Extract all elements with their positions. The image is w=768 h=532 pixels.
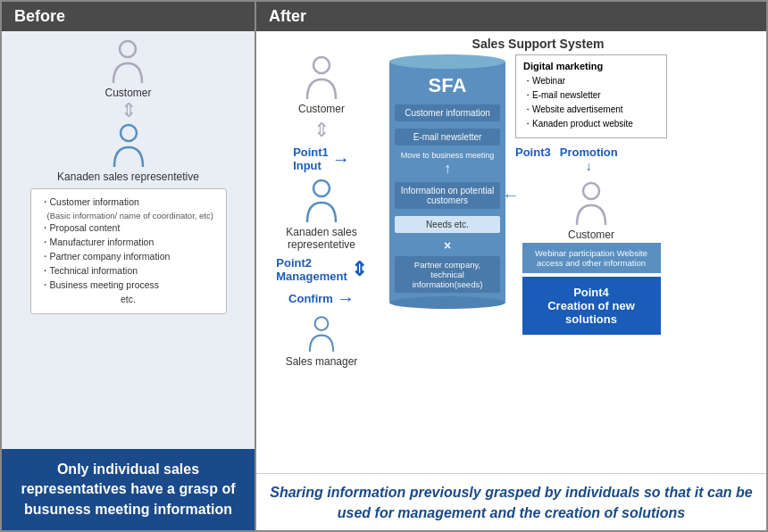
- digital-item-3: ・Website advertisement: [523, 104, 659, 116]
- svg-point-5: [583, 183, 599, 199]
- point1-row: Point1 Input →: [293, 145, 350, 172]
- before-arrow-1: ⇕: [121, 101, 137, 121]
- point3-label: Point3: [515, 145, 551, 159]
- arrow-right-1: →: [332, 149, 350, 170]
- after-customer-group: Customer: [298, 54, 345, 115]
- before-rep-label: Kanaden sales representetive: [57, 170, 199, 183]
- management-label: Management: [276, 270, 346, 283]
- sfa-ellipse-top: [389, 54, 505, 69]
- after-bottom-text: Sharing information previously grasped b…: [256, 473, 766, 530]
- arrow-down-promo: ↓: [560, 159, 618, 173]
- arrow-left-from-sfa: ←: [502, 184, 520, 204]
- svg-point-1: [121, 125, 137, 141]
- point4-sub: Creation of new solutions: [530, 299, 654, 326]
- sfa-ellipse-bottom: [389, 296, 505, 309]
- move-to-meeting-group: Move to business meeting ↑: [401, 151, 495, 177]
- point3-group: Point3: [515, 145, 551, 159]
- before-content: Customer ⇕ Kanaden sales representetive …: [2, 31, 255, 449]
- customer-info-box: Customer information: [395, 104, 500, 121]
- before-rep-icon: [109, 122, 148, 169]
- main-container: Before Customer ⇕ Kanaden sales represen…: [0, 0, 768, 532]
- confirm-row: Confirm →: [288, 288, 355, 309]
- partner-info-box: Partner company, technical information(s…: [395, 256, 500, 293]
- customer-right-group: Customer Webinar participation Website a…: [515, 180, 667, 335]
- after-panel: After Sales Support System Customer ⇕: [256, 2, 766, 530]
- webinar-box: Webinar participation Website access and…: [522, 243, 661, 273]
- digital-marketing-box: Digital marketing ・Webinar ・E-mail newsl…: [515, 54, 667, 138]
- promotion-label: Promotion: [560, 145, 618, 159]
- digital-item-4: ・Kanaden product website: [523, 118, 659, 130]
- after-content: Sales Support System Customer ⇕: [256, 31, 766, 473]
- before-info-5: ・Technical information: [40, 265, 217, 278]
- point4-box: Point4 Creation of new solutions: [522, 277, 661, 335]
- right-customer-label: Customer: [568, 229, 614, 241]
- before-panel: Before Customer ⇕ Kanaden sales represen…: [2, 2, 256, 530]
- after-rep-icon: [302, 178, 341, 224]
- before-info-3: ・Manufacturer information: [40, 237, 217, 249]
- point1-label-group: Point1 Input: [293, 145, 329, 172]
- point3-promo-row: Point3 Promotion ↓: [515, 145, 667, 173]
- move-label: Move to business meeting: [401, 151, 495, 161]
- arrow-updown-blue: ⇕: [351, 258, 367, 281]
- point1-label: Point1: [293, 145, 329, 159]
- before-info-box: ・Customer information (Basic information…: [30, 188, 227, 314]
- point2-label-group: Point2 Management: [276, 256, 346, 283]
- before-customer-label: Customer: [104, 87, 151, 99]
- confirm-label: Confirm: [288, 292, 333, 305]
- after-manager-group: Sales manager: [286, 314, 358, 368]
- before-bottom-text: Only individual sales representatives ha…: [2, 449, 255, 530]
- digital-title: Digital marketing: [523, 61, 659, 71]
- x-symbol: ×: [444, 238, 451, 253]
- after-main: Customer ⇕ Point1 Input →: [263, 54, 759, 473]
- sfa-title: SFA: [429, 74, 467, 97]
- info-potential-box: Information on potential customers: [395, 182, 500, 209]
- after-arrow-ud: ⇕: [313, 121, 330, 140]
- after-label: After: [256, 2, 766, 31]
- before-info-1b: (Basic information/ name of coordinator,…: [47, 211, 217, 220]
- before-label: Before: [2, 2, 255, 31]
- svg-point-3: [313, 180, 330, 196]
- before-info-6: ・Business meeting process: [40, 279, 217, 292]
- needs-box: Needs etc.: [395, 216, 500, 233]
- before-info-1: ・Customer information: [40, 196, 217, 209]
- before-info-2: ・Proposal content: [40, 222, 217, 235]
- digital-item-2: ・E-mail newsletter: [523, 89, 659, 102]
- after-rep-label: Kanaden sales representetive: [263, 226, 380, 251]
- after-customer-icon: [302, 54, 341, 101]
- svg-point-2: [313, 57, 330, 73]
- after-left-column: Customer ⇕ Point1 Input →: [263, 54, 380, 473]
- svg-point-0: [120, 41, 136, 57]
- sfa-cylinder-wrapper: SFA Customer information E-mail newslett…: [389, 54, 505, 303]
- point4-title: Point4: [530, 286, 654, 299]
- after-rep-group: Kanaden sales representetive: [263, 178, 380, 251]
- before-info-etc: etc.: [40, 294, 217, 304]
- after-manager-icon: [305, 314, 338, 353]
- promo-group: Promotion ↓: [560, 145, 618, 173]
- svg-point-4: [315, 317, 329, 330]
- arrow-right-2: →: [337, 288, 355, 309]
- before-customer-row: Customer: [104, 38, 151, 99]
- before-rep-row: Kanaden sales representetive: [57, 122, 199, 183]
- digital-item-1: ・Webinar: [523, 75, 659, 87]
- point2-row: Point2 Management ⇕: [276, 256, 366, 283]
- sales-support-title: Sales Support System: [317, 37, 759, 51]
- after-customer-label: Customer: [298, 103, 345, 115]
- after-right-column: Digital marketing ・Webinar ・E-mail newsl…: [515, 54, 667, 473]
- after-manager-label: Sales manager: [286, 355, 358, 368]
- input-label: Input: [293, 159, 321, 172]
- before-info-4: ・Partner company information: [40, 251, 217, 263]
- email-newsletter-box: E-mail newsletter: [395, 129, 500, 145]
- customer-icon: [108, 38, 147, 85]
- arrow-up-sfa: ↑: [444, 161, 451, 177]
- point2-label: Point2: [276, 256, 312, 270]
- sfa-area: SFA Customer information E-mail newslett…: [385, 54, 510, 473]
- sfa-body: SFA Customer information E-mail newslett…: [389, 62, 505, 303]
- right-customer-icon: [572, 180, 611, 227]
